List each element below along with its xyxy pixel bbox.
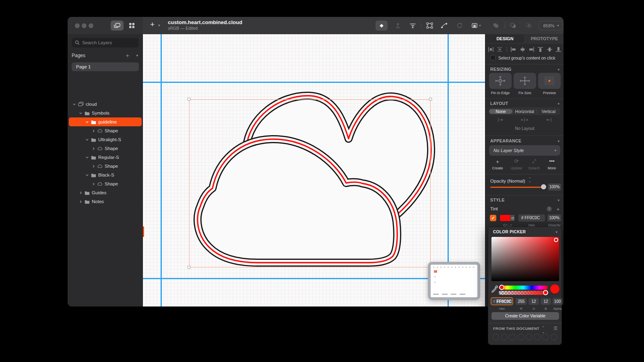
pages-collapse-chevron[interactable]: ▾ [136, 53, 138, 58]
empty-color-swatch[interactable] [551, 334, 557, 340]
chevron-right-icon[interactable] [78, 191, 83, 195]
align-top-icon[interactable] [537, 47, 543, 52]
zoom-window-button[interactable] [89, 23, 93, 28]
more-style-button[interactable]: ••• More [543, 158, 561, 170]
align-right-icon[interactable] [528, 47, 535, 52]
selection-handle-top-right[interactable] [429, 98, 432, 101]
opacity-slider-track[interactable] [490, 187, 545, 188]
tint-hex-field[interactable]: # FF0C0C [518, 214, 545, 222]
align-left-icon[interactable] [510, 47, 516, 52]
chevron-right-icon[interactable] [91, 129, 95, 133]
components-view-toggle[interactable] [125, 21, 138, 31]
tint-opacity-field[interactable]: 100% [547, 214, 561, 222]
canvas[interactable] [143, 34, 485, 306]
layer-row-shape[interactable]: Shape [69, 144, 142, 153]
distribute-tool-button[interactable] [392, 21, 404, 31]
tab-design[interactable]: DESIGN [485, 34, 524, 43]
zoom-level-select[interactable]: 858% ▾ [539, 21, 564, 30]
resizing-preview-button[interactable] [538, 73, 561, 89]
layout-option-none[interactable]: None [489, 109, 512, 114]
resizing-collapse-chevron[interactable]: ▾ [557, 68, 559, 72]
selection-handle-bottom-left[interactable] [188, 266, 190, 269]
empty-color-swatch[interactable] [493, 334, 499, 340]
align-bottom-icon[interactable] [555, 47, 561, 52]
page-list-item[interactable]: Page 1 [72, 62, 139, 71]
space-between-icon[interactable] [521, 117, 528, 122]
layout-collapse-chevron[interactable]: ▾ [557, 102, 559, 106]
layer-row-guideline[interactable]: guideline [69, 117, 142, 126]
hex-input-field[interactable]: # FF0C0C [491, 297, 513, 305]
saturation-brightness-field[interactable] [491, 237, 559, 281]
subtract-boolean-button[interactable] [507, 21, 519, 31]
add-page-button[interactable]: + [126, 52, 129, 59]
pin-end-icon[interactable] [545, 117, 552, 122]
layer-row-symbols[interactable]: Symbols [69, 109, 142, 117]
align-tool-button[interactable] [407, 21, 419, 31]
layer-row-black-s[interactable]: Black-S [69, 171, 142, 179]
pin-start-icon[interactable] [497, 117, 504, 122]
chevron-down-icon[interactable] [85, 138, 89, 142]
layer-list-view-toggle[interactable] [111, 21, 124, 31]
empty-color-swatch[interactable] [518, 334, 524, 340]
selection-handle-top-left[interactable] [188, 98, 190, 101]
tint-enabled-checkbox[interactable]: ✓ [490, 215, 496, 221]
chevron-down-icon[interactable] [85, 173, 89, 177]
blue-channel-field[interactable]: 12 [541, 298, 551, 305]
pin-to-edge-button[interactable] [489, 73, 512, 89]
from-document-stepper-icon[interactable]: ⌃⌄ [542, 326, 545, 334]
selection-bounding-box[interactable] [189, 99, 431, 267]
chevron-right-icon[interactable] [78, 200, 83, 204]
opacity-value-field[interactable]: 100% [548, 183, 561, 191]
red-channel-field[interactable]: 255 [516, 298, 527, 305]
update-style-button[interactable]: ⟳ Update [508, 158, 525, 170]
layout-option-horizontal[interactable]: Horizontal [512, 109, 536, 114]
intersect-boolean-button[interactable] [523, 21, 535, 31]
tint-help-icon[interactable]: ? [547, 206, 552, 212]
chevron-right-icon[interactable] [91, 147, 95, 150]
align-middle-vertical-icon[interactable] [547, 47, 553, 52]
opacity-stepper-icon[interactable]: ⌃⌄ [528, 178, 531, 183]
fix-size-button[interactable] [514, 73, 536, 89]
minimize-window-button[interactable] [82, 23, 87, 28]
layer-row-shape[interactable]: Shape [69, 162, 142, 171]
tint-color-well[interactable] [500, 214, 515, 222]
empty-color-swatch[interactable] [526, 334, 532, 340]
search-layers-input[interactable]: Search Layers [72, 38, 139, 47]
opacity-slider-knob[interactable] [541, 184, 546, 189]
color-picker-collapse-chevron[interactable]: ▾ [555, 230, 557, 234]
chevron-down-icon[interactable] [78, 111, 83, 115]
eyedropper-icon[interactable] [491, 286, 498, 292]
layer-row-cloud[interactable]: cloud [69, 100, 142, 109]
align-center-horizontal-icon[interactable] [520, 47, 526, 52]
distribute-horizontally-icon[interactable] [488, 47, 494, 52]
appearance-collapse-chevron[interactable]: ▾ [557, 139, 559, 143]
distribute-vertically-icon[interactable] [497, 47, 503, 52]
add-tint-button[interactable]: ＋ [555, 206, 561, 213]
insert-chevron-icon[interactable]: ▾ [158, 23, 160, 27]
edit-vector-tool-button[interactable] [438, 21, 450, 31]
color-variable-toggle[interactable] [510, 215, 515, 221]
chevron-down-icon[interactable] [72, 103, 76, 106]
swatch-list-layout-icon[interactable]: ☰ [553, 326, 557, 331]
chevron-down-icon[interactable] [85, 120, 89, 124]
chevron-right-icon[interactable] [91, 165, 95, 168]
union-boolean-button[interactable] [490, 21, 502, 31]
layer-row-guides[interactable]: Guides [69, 188, 142, 197]
layer-style-select[interactable]: No Layer Style ▾ [489, 145, 560, 156]
preview-window[interactable] [428, 262, 480, 300]
alpha-slider-knob[interactable] [543, 290, 548, 295]
hue-slider[interactable] [499, 286, 548, 290]
scale-tool-button[interactable] [423, 21, 436, 31]
layer-row-notes[interactable]: Notes [69, 197, 142, 206]
hue-slider-knob[interactable] [499, 285, 504, 290]
symbol-tool-button[interactable] [376, 21, 388, 31]
insert-button[interactable]: + [150, 20, 155, 29]
style-collapse-chevron[interactable]: ▾ [557, 198, 559, 202]
empty-color-swatch[interactable] [534, 334, 541, 340]
empty-color-swatch[interactable] [542, 334, 549, 340]
green-channel-field[interactable]: 12 [528, 298, 539, 305]
layer-row-ultralight-s[interactable]: Ultralight-S [69, 135, 142, 144]
empty-color-swatch[interactable] [509, 334, 516, 340]
layer-row-shape[interactable]: Shape [69, 179, 142, 188]
resize-artboard-button[interactable]: ▾ [468, 21, 484, 31]
